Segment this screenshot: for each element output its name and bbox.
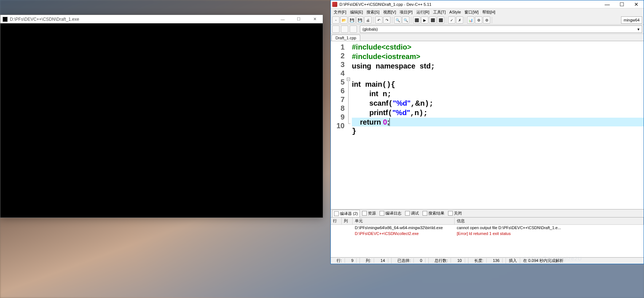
error-list[interactable]: D:\PFs\mingw64\x86_64-w64-mingw32\bin\ld… — [331, 225, 644, 257]
compile-icon[interactable]: ⬛ — [413, 16, 420, 24]
line-number-gutter: 12345678910 — [331, 41, 347, 209]
console-window: D:\PFs\DEVC++\CSDN\Draft_1.exe — ☐ ✕ — [0, 15, 323, 218]
editor-tab-draft1[interactable]: Draft_1.cpp — [331, 35, 360, 41]
back-icon[interactable] — [332, 26, 339, 33]
redo-icon[interactable]: ↷ — [383, 16, 390, 24]
resources-tab-icon — [362, 211, 367, 216]
col-info[interactable]: 信息 — [455, 217, 644, 224]
tool2-icon[interactable]: ⚙ — [483, 16, 490, 24]
globals-dropdown[interactable]: (globals) ▾ — [360, 26, 642, 33]
menu-edit[interactable]: 编辑[E] — [349, 9, 364, 16]
devcpp-titlebar[interactable]: D:\PFs\DEVC++\CSDN\Draft_1.cpp - Dev-C++… — [331, 0, 644, 8]
code-editor[interactable]: 12345678910 − #include<cstdio> #include<… — [331, 41, 644, 209]
status-mode: 插入 — [506, 258, 520, 263]
run-icon[interactable]: ▶ — [421, 16, 428, 24]
devcpp-app-icon — [332, 2, 337, 7]
error-columns: 行 列 单元 信息 — [331, 217, 644, 225]
menu-search[interactable]: 搜索[S] — [365, 9, 381, 16]
fold-toggle-icon[interactable]: − — [347, 78, 350, 81]
watermark: CSDN @apologize2U — [523, 255, 582, 262]
devcpp-maximize-button[interactable]: ☐ — [614, 0, 629, 8]
tab-close[interactable]: 关闭 — [447, 210, 463, 217]
compile-run-icon[interactable]: ⬛ — [429, 16, 436, 24]
search-tab-icon — [423, 211, 427, 216]
forward-icon[interactable] — [341, 26, 348, 33]
tool-icon[interactable]: ⚙ — [475, 16, 482, 24]
open-file-icon[interactable]: 📂 — [340, 16, 347, 24]
editor-tabbar: Draft_1.cpp — [331, 34, 644, 41]
devcpp-minimize-button[interactable]: — — [600, 0, 614, 8]
save-icon[interactable]: 💾 — [348, 16, 356, 24]
console-maximize-button[interactable]: ☐ — [291, 15, 307, 23]
status-length: 长度: 136 — [468, 258, 506, 263]
bottom-tabbar: 编译器 (2) 资源 编译日志 调试 搜索结果 关闭 — [331, 209, 644, 217]
devcpp-toolbar2: (globals) ▾ — [331, 25, 644, 34]
col-unit[interactable]: 单元 — [353, 217, 455, 224]
tab-compile-log[interactable]: 编译日志 — [378, 210, 403, 217]
console-titlebar[interactable]: D:\PFs\DEVC++\CSDN\Draft_1.exe — ☐ ✕ — [0, 15, 323, 23]
status-col: 列: 14 — [360, 258, 391, 263]
tab-compiler[interactable]: 编译器 (2) — [332, 210, 360, 217]
stop-icon[interactable]: ✗ — [456, 16, 463, 24]
menu-view[interactable]: 视图[V] — [382, 9, 397, 16]
undo-icon[interactable]: ↶ — [375, 16, 382, 24]
new-file-icon[interactable]: ▫ — [332, 16, 339, 24]
find-icon[interactable]: 🔍 — [394, 16, 401, 24]
menu-window[interactable]: 窗口[W] — [463, 9, 480, 16]
devcpp-menubar: 文件[F] 编辑[E] 搜索[S] 视图[V] 项目[P] 运行[R] 工具[T… — [331, 8, 644, 16]
status-total-lines: 总行数: 10 — [429, 258, 468, 263]
col-col[interactable]: 列 — [342, 217, 353, 224]
col-row[interactable]: 行 — [331, 217, 342, 224]
status-row: 行: 9 — [331, 258, 360, 263]
devcpp-window: D:\PFs\DEVC++\CSDN\Draft_1.cpp - Dev-C++… — [330, 0, 644, 264]
rebuild-icon[interactable]: ⬛ — [437, 16, 444, 24]
tab-resources[interactable]: 资源 — [361, 210, 377, 217]
menu-project[interactable]: 项目[P] — [398, 9, 414, 16]
console-app-icon — [3, 17, 8, 22]
replace-icon[interactable]: 🔍 — [402, 16, 409, 24]
console-title: D:\PFs\DEVC++\CSDN\Draft_1.exe — [10, 17, 79, 22]
fold-gutter[interactable]: − — [347, 41, 351, 209]
log-tab-icon — [380, 211, 384, 216]
print-icon[interactable]: 🖨 — [364, 16, 372, 24]
menu-run[interactable]: 运行[R] — [415, 9, 431, 16]
menu-help[interactable]: 帮助[H] — [481, 9, 497, 16]
console-close-button[interactable]: ✕ — [307, 15, 323, 23]
error-row[interactable]: D:\PFs\mingw64\x86_64-w64-mingw32\bin\ld… — [331, 225, 644, 231]
error-row[interactable]: D:\PFs\DEVC++\CSDN\collect2.exe [Error] … — [331, 231, 644, 236]
status-selected: 已选择: 0 — [392, 258, 429, 263]
console-output[interactable] — [0, 23, 323, 217]
menu-file[interactable]: 文件[F] — [332, 9, 348, 16]
console-minimize-button[interactable]: — — [275, 15, 291, 23]
debug-tab-icon — [405, 211, 410, 216]
code-area[interactable]: #include<cstdio> #include<iostream> usin… — [351, 41, 644, 209]
bookmark-icon[interactable] — [350, 26, 357, 33]
tab-debug[interactable]: 调试 — [404, 210, 420, 217]
close-tab-icon — [448, 211, 453, 216]
menu-astyle[interactable]: AStyle — [448, 9, 463, 15]
compiler-selector[interactable]: mingw64 — [621, 16, 642, 24]
debug-icon[interactable]: ✓ — [448, 16, 455, 24]
error-panel: 行 列 单元 信息 D:\PFs\mingw64\x86_64-w64-ming… — [331, 217, 644, 257]
tab-search-results[interactable]: 搜索结果 — [421, 210, 446, 217]
compiler-tab-icon — [334, 211, 339, 216]
save-all-icon[interactable]: 💾 — [356, 16, 364, 24]
status-bar: 行: 9 列: 14 已选择: 0 总行数: 10 长度: 136 插入 在 0… — [331, 257, 644, 264]
devcpp-title: D:\PFs\DEVC++\CSDN\Draft_1.cpp - Dev-C++… — [339, 2, 431, 7]
devcpp-close-button[interactable]: ✕ — [629, 0, 644, 8]
profile-icon[interactable]: 📊 — [467, 16, 474, 24]
menu-tools[interactable]: 工具[T] — [432, 9, 447, 16]
devcpp-toolbar: ▫ 📂 💾 💾 🖨 ↶ ↷ 🔍 🔍 ⬛ ▶ ⬛ ⬛ ✓ ✗ 📊 ⚙ ⚙ ming… — [331, 16, 644, 25]
